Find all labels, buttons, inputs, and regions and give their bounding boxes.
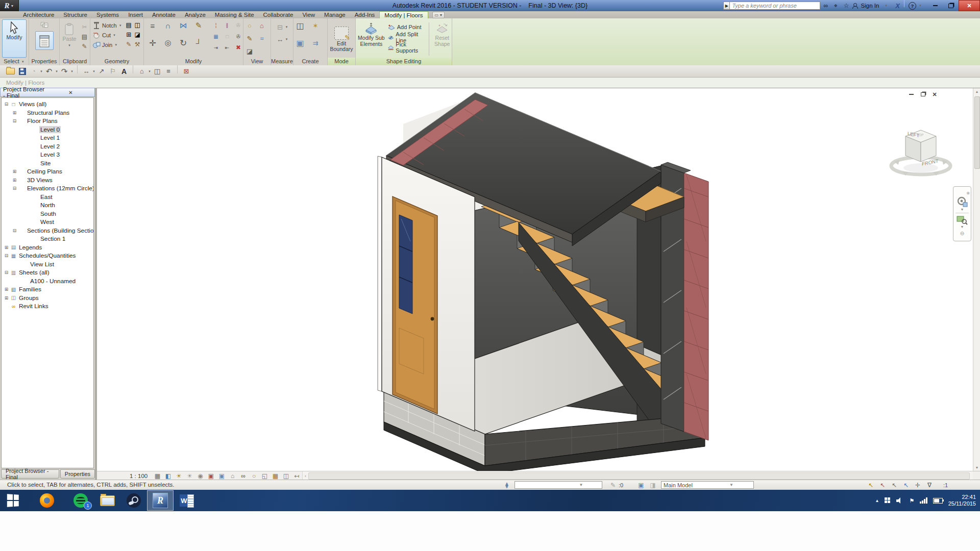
- ribbon-tab[interactable]: Systems: [92, 11, 124, 18]
- split-face-icon[interactable]: ◪: [133, 30, 142, 39]
- section-icon[interactable]: ◫: [153, 67, 162, 76]
- cope-button[interactable]: Notch▾: [92, 20, 122, 30]
- vertical-scroll-thumb[interactable]: [974, 96, 980, 169]
- tree-item[interactable]: Section 1: [2, 235, 93, 243]
- linework-brush-icon[interactable]: ✎: [245, 34, 254, 43]
- tree-item[interactable]: Level 3: [2, 151, 93, 159]
- panel-label-select[interactable]: Select▾: [0, 58, 29, 65]
- tree-item[interactable]: ⊞ Ceiling Plans: [2, 167, 93, 176]
- tree-item-label[interactable]: Revit Links: [18, 303, 50, 310]
- sign-in-caret-icon[interactable]: ▾: [884, 4, 888, 8]
- view-control-icon[interactable]: ▦: [270, 472, 281, 480]
- tree-item-label[interactable]: Sheets (all): [18, 269, 51, 276]
- selection-toggle-icon[interactable]: ↖: [878, 481, 887, 489]
- create-similar-icon[interactable]: ✶: [311, 21, 320, 30]
- join-geometry-button[interactable]: Join▾: [92, 40, 122, 49]
- tree-item[interactable]: ⊟ Sections (Building Section): [2, 227, 93, 235]
- reset-shape-button[interactable]: Reset Shape: [433, 20, 452, 58]
- wall-joins-icon[interactable]: ▤: [125, 20, 133, 29]
- text-icon[interactable]: A: [119, 67, 129, 76]
- move-icon[interactable]: ✛: [148, 38, 157, 47]
- search-collapse-icon[interactable]: ▶: [723, 2, 730, 10]
- split-element-icon[interactable]: ¦: [212, 21, 219, 29]
- browser-tab[interactable]: Properties: [60, 469, 95, 479]
- vertical-scrollbar[interactable]: ▲ ▼: [973, 88, 980, 471]
- taskbar-firefox[interactable]: [34, 490, 60, 511]
- default-3d-view-icon[interactable]: ⌂: [137, 67, 146, 76]
- rotate-icon[interactable]: ↻: [179, 38, 188, 47]
- search-input[interactable]: Type a keyword or phrase: [730, 2, 820, 10]
- tree-item-label[interactable]: North: [39, 202, 56, 209]
- view-control-icon[interactable]: ☀: [174, 472, 184, 480]
- view-close-icon[interactable]: ✕: [931, 91, 938, 97]
- pin-icon[interactable]: ✇: [235, 33, 242, 40]
- panel-label-clipboard[interactable]: Clipboard: [60, 58, 90, 65]
- ribbon-tab[interactable]: Massing & Site: [210, 11, 259, 18]
- tree-item-label[interactable]: Section 1: [39, 235, 66, 242]
- tree-item-label[interactable]: Schedules/Quantities: [18, 252, 77, 259]
- demolish-icon[interactable]: ⚒: [133, 40, 142, 48]
- view-control-icon[interactable]: ⌂: [227, 472, 238, 480]
- create-assembly-icon[interactable]: ▣: [296, 38, 305, 47]
- view-control-icon[interactable]: ↤: [291, 472, 302, 480]
- tray-expand-icon[interactable]: ▲: [875, 498, 879, 503]
- open-icon[interactable]: [6, 68, 15, 74]
- close-hidden-windows-icon[interactable]: ⊠: [182, 67, 191, 76]
- ribbon-tab[interactable]: Structure: [59, 11, 92, 18]
- modify-sub-elements-button[interactable]: Modify Sub Elements: [358, 20, 385, 58]
- volume-icon[interactable]: [896, 497, 903, 504]
- tree-item-label[interactable]: Legends: [18, 244, 43, 251]
- tab-modify-floors[interactable]: Modify | Floors: [379, 11, 428, 18]
- tree-item[interactable]: ⊟ ▦ Schedules/Quantities: [2, 252, 93, 260]
- trim-corner-icon[interactable]: ┘: [194, 38, 203, 47]
- expand-collapse-icon[interactable]: ⊟: [4, 270, 9, 275]
- browser-tab[interactable]: Project Browser - Final: [1, 469, 59, 479]
- horizontal-scroll-thumb[interactable]: [308, 472, 970, 480]
- paste-button[interactable]: Paste ▾: [61, 21, 78, 48]
- model-canvas[interactable]: [97, 88, 980, 471]
- view-restore-icon[interactable]: [919, 91, 926, 97]
- navbar-collapse-icon[interactable]: ⊖: [960, 231, 964, 236]
- modify-button[interactable]: Modify: [2, 19, 27, 58]
- scroll-up-icon[interactable]: ▲: [973, 90, 980, 93]
- horizontal-scrollbar[interactable]: ‹: [302, 471, 973, 480]
- view-control-icon[interactable]: ▣: [206, 472, 216, 480]
- tree-item[interactable]: Level 2: [2, 142, 93, 151]
- project-browser-header[interactable]: Project Browser - Final ✕: [0, 88, 95, 97]
- view-control-icon[interactable]: ▦: [152, 472, 163, 480]
- add-split-line-button[interactable]: Add Split Line: [387, 32, 425, 42]
- taskbar-explorer[interactable]: [94, 490, 120, 511]
- pick-supports-button[interactable]: Pick Supports: [387, 42, 425, 52]
- selection-toggle-icon[interactable]: ↖: [867, 481, 875, 489]
- selection-toggle-icon[interactable]: ↖: [890, 481, 898, 489]
- render-house-icon[interactable]: ⌂: [257, 21, 266, 30]
- viewcube[interactable]: TOP LEFT FRONT: [887, 115, 959, 186]
- view-control-icon[interactable]: ◉: [195, 472, 206, 480]
- zoom-tool-icon[interactable]: [956, 215, 968, 225]
- tree-item-label[interactable]: Views (all): [18, 101, 47, 108]
- help-icon[interactable]: ?: [909, 2, 916, 10]
- beam-joins-icon[interactable]: ◫: [133, 20, 142, 29]
- expand-collapse-icon[interactable]: ⊞: [12, 178, 17, 183]
- create-group-icon[interactable]: ◫: [296, 21, 305, 30]
- materials-icon[interactable]: [40, 21, 48, 30]
- mirror-pick-axis-icon[interactable]: ⋈: [179, 21, 188, 30]
- measure-cube-icon[interactable]: ⊟: [276, 22, 285, 32]
- lightbulb-icon[interactable]: ○: [245, 21, 254, 30]
- split-with-gap-icon[interactable]: ∥: [224, 21, 231, 29]
- navbar-caret-icon[interactable]: ▼: [961, 208, 964, 211]
- tree-item-label[interactable]: Structural Plans: [26, 109, 70, 116]
- paint-icon[interactable]: ✎: [125, 40, 133, 48]
- redo-icon[interactable]: ↷: [60, 67, 69, 76]
- tree-item-label[interactable]: Level 2: [39, 143, 61, 150]
- trim-extend-single-icon[interactable]: ⇥: [212, 44, 219, 51]
- tree-item[interactable]: North: [2, 201, 93, 210]
- tree-item-label[interactable]: Groups: [18, 294, 40, 302]
- editable-only-icon[interactable]: ✎: [608, 481, 618, 489]
- scale-button[interactable]: 1 : 100: [130, 473, 152, 479]
- tree-item-label[interactable]: Sections (Building Section): [26, 227, 94, 234]
- panel-label-geometry[interactable]: Geometry: [90, 58, 143, 65]
- thin-lines-icon[interactable]: ≡: [164, 67, 173, 76]
- exchange-apps-icon[interactable]: X: [895, 2, 900, 10]
- view-control-icon[interactable]: ◫: [281, 472, 291, 480]
